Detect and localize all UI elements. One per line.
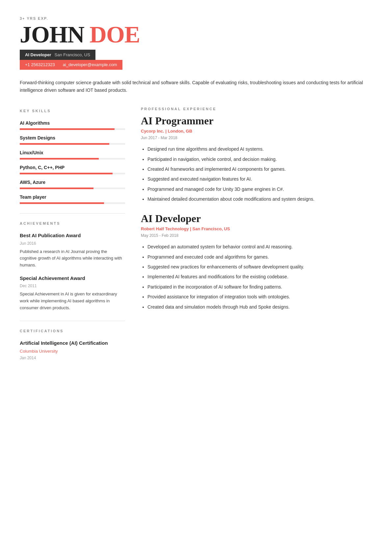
divider: [20, 213, 125, 214]
bullet-item: Programmed and executed code and algorit…: [147, 253, 372, 261]
summary: Forward-thinking computer science gradua…: [20, 79, 369, 95]
bullet-item: Developed an automated system for behavi…: [147, 243, 372, 250]
bullet-item: Maintained detailed documentation about …: [147, 195, 372, 203]
name-row: JOHN DOE: [20, 23, 372, 46]
skill-name: System Designs: [20, 135, 125, 141]
skill-item: AWS, Azure: [20, 179, 125, 189]
cert-institution: Columbia University: [20, 348, 125, 355]
skill-bar-fill: [20, 158, 99, 160]
job-company: Robert Half Technology | San Francisco, …: [141, 226, 372, 232]
achievement-item: Special Achievement Award Dec 2011 Speci…: [20, 275, 125, 312]
achievement-title: Best AI Publication Award: [20, 232, 125, 239]
contact-bar: +1 2563212323 ai_developer@example.com: [20, 60, 122, 70]
phone: +1 2563212323: [25, 62, 55, 68]
certifications-list: Artificial Intelligence (AI) Certificati…: [20, 340, 125, 361]
skill-bar-bg: [20, 202, 125, 204]
skill-bar-fill: [20, 128, 115, 130]
divider: [20, 321, 125, 321]
bullet-item: Created AI frameworks and implemented AI…: [147, 165, 372, 173]
job-item: AI Developer Robert Half Technology | Sa…: [141, 213, 372, 311]
achievement-desc: Special Achievement in AI is given for e…: [20, 291, 125, 311]
job-item: AI Programmer Cycorp Inc. | London, GB J…: [141, 115, 372, 203]
skill-bar-bg: [20, 128, 125, 130]
bullet-item: Implemented AI features and modification…: [147, 273, 372, 280]
skill-item: Team player: [20, 194, 125, 204]
bullet-item: Programmed and managed code for Unity 3D…: [147, 186, 372, 193]
bullet-item: Created data and simulation models throu…: [147, 303, 372, 311]
bullet-item: Participated in navigation, vehicle cont…: [147, 156, 372, 163]
skill-bar-fill: [20, 202, 104, 204]
title-bar: AI Developer San Francisco, US: [20, 50, 95, 60]
achievement-title: Special Achievement Award: [20, 275, 125, 282]
last-name: DOE: [90, 23, 140, 46]
achievement-desc: Published a research in AI Journal provi…: [20, 248, 125, 269]
left-column: KEY SKILLS AI Algorithms System Designs …: [20, 106, 125, 361]
achievement-date: Dec 2011: [20, 283, 125, 289]
cert-date: Jan 2014: [20, 355, 125, 361]
skills-list: AI Algorithms System Designs Linux/Unix: [20, 120, 125, 204]
job-bullets: Developed an automated system for behavi…: [141, 243, 372, 311]
cert-item: Artificial Intelligence (AI) Certificati…: [20, 340, 125, 361]
skill-item: System Designs: [20, 135, 125, 145]
skill-name: Team player: [20, 194, 125, 201]
bullet-item: Provided assistance for integration of i…: [147, 293, 372, 300]
job-title: AI Developer: [25, 52, 51, 58]
skill-name: AI Algorithms: [20, 120, 125, 127]
skill-item: Linux/Unix: [20, 149, 125, 160]
skills-section-label: KEY SKILLS: [20, 108, 125, 114]
achievement-date: Jun 2016: [20, 240, 125, 246]
skill-bar-fill: [20, 143, 109, 145]
certifications-section-label: CERTIFICATIONS: [20, 328, 125, 334]
years-exp: 3+ YRS EXP.: [20, 16, 372, 21]
skill-bar-bg: [20, 158, 125, 160]
skill-bar-fill: [20, 188, 93, 189]
job-dates: May 2015 - Feb 2018: [141, 233, 372, 239]
cert-title: Artificial Intelligence (AI) Certificati…: [20, 340, 125, 347]
job-company: Cycorp Inc. | London, GB: [141, 128, 372, 135]
experience-section-label: PROFESSIONAL EXPERIENCE: [141, 106, 372, 112]
skill-bar-bg: [20, 173, 125, 174]
bullet-item: Participated in the incorporation of AI …: [147, 283, 372, 290]
first-name: JOHN: [20, 23, 84, 46]
skill-name: Linux/Unix: [20, 149, 125, 156]
right-column: PROFESSIONAL EXPERIENCE AI Programmer Cy…: [141, 106, 372, 361]
skill-bar-bg: [20, 188, 125, 189]
job-title-main: AI Developer: [141, 213, 372, 224]
skill-item: AI Algorithms: [20, 120, 125, 130]
bullet-item: Suggested new practices for enhancements…: [147, 263, 372, 270]
job-dates: Jun 2017 - Mar 2018: [141, 135, 372, 141]
job-bullets: Designed run time algorithms and develop…: [141, 145, 372, 203]
achievements-section-label: ACHIEVEMENTS: [20, 221, 125, 226]
skill-item: Python, C, C++, PHP: [20, 164, 125, 174]
skill-bar-bg: [20, 143, 125, 145]
skill-name: Python, C, C++, PHP: [20, 164, 125, 171]
achievement-item: Best AI Publication Award Jun 2016 Publi…: [20, 232, 125, 269]
achievements-list: Best AI Publication Award Jun 2016 Publi…: [20, 232, 125, 312]
bullet-item: Designed run time algorithms and develop…: [147, 145, 372, 153]
location: San Francisco, US: [54, 52, 90, 58]
job-title-main: AI Programmer: [141, 115, 372, 127]
skill-name: AWS, Azure: [20, 179, 125, 186]
email: ai_developer@example.com: [63, 62, 117, 68]
main-layout: KEY SKILLS AI Algorithms System Designs …: [20, 106, 372, 361]
bullet-item: Suggested and executed navigation featur…: [147, 175, 372, 183]
skill-bar-fill: [20, 173, 113, 174]
